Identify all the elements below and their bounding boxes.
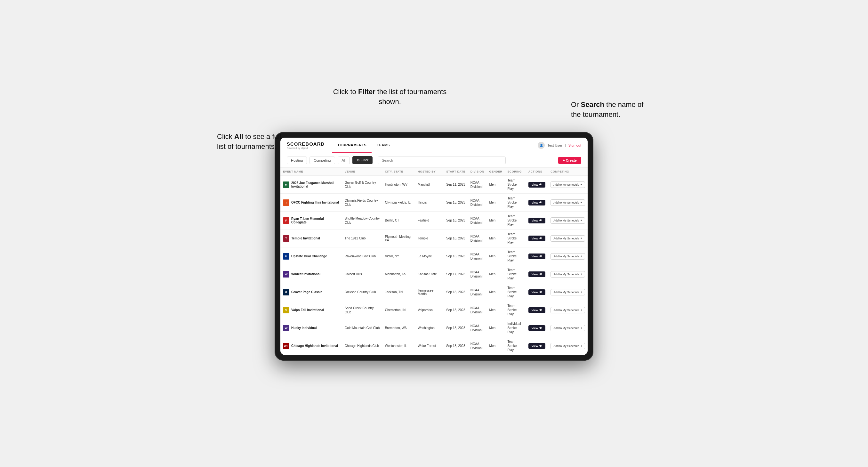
table-body: M 2023 Joe Feaganes Marshall Invitationa… — [280, 176, 588, 355]
cell-hosted-by: Wake Forest — [415, 337, 443, 355]
hosting-button[interactable]: Hosting — [287, 157, 307, 164]
cell-hosted-by: Washington — [415, 319, 443, 337]
add-schedule-button[interactable]: Add to My Schedule + — [551, 325, 585, 331]
cell-start-date: Sep 17, 2023 — [443, 266, 468, 283]
cell-gender: Men — [487, 247, 505, 266]
event-name-text: Wildcat Invitational — [291, 272, 320, 276]
view-button[interactable]: View 👁 — [528, 272, 546, 277]
plus-icon: + — [581, 255, 582, 258]
cell-city-state: Olympia Fields, IL — [382, 194, 415, 212]
annotation-topleft: Click All to see a full list of tourname… — [217, 132, 287, 152]
view-button[interactable]: View 👁 — [528, 182, 546, 188]
nav-tabs: TOURNAMENTS TEAMS — [332, 137, 538, 153]
view-button[interactable]: View 👁 — [528, 236, 546, 241]
table-row: G Grover Page Classic Jackson Country Cl… — [280, 283, 588, 301]
cell-gender: Men — [487, 266, 505, 283]
cell-city-state: Bremerton, WA — [382, 319, 415, 337]
table-header: EVENT NAME VENUE CITY, STATE HOSTED BY S… — [280, 168, 588, 176]
cell-start-date: Sep 18, 2023 — [443, 337, 468, 355]
filter-button[interactable]: ⚙ Filter — [352, 156, 373, 164]
annotation-topcenter: Click to Filter the list of tournaments … — [329, 87, 451, 107]
header-right: 👤 Test User | Sign out — [538, 142, 581, 149]
add-schedule-button[interactable]: Add to My Schedule + — [551, 182, 585, 188]
cell-division: NCAA Division I — [468, 194, 487, 212]
add-schedule-button[interactable]: Add to My Schedule + — [551, 199, 585, 206]
cell-venue: Guyan Golf & Country Club — [342, 176, 382, 194]
nav-tab-teams[interactable]: TEAMS — [372, 137, 395, 153]
cell-competing: Add to My Schedule + — [548, 266, 588, 283]
cell-division: NCAA Division I — [468, 283, 487, 301]
cell-hosted-by: Fairfield — [415, 212, 443, 229]
cell-scoring: TeamStroke Play — [505, 229, 526, 247]
plus-icon: + — [581, 291, 582, 294]
sign-out-link[interactable]: Sign out — [568, 144, 581, 147]
cell-scoring: TeamStroke Play — [505, 337, 526, 355]
page-wrapper: Click All to see a full list of tourname… — [217, 106, 651, 361]
cell-hosted-by: Illinois — [415, 194, 443, 212]
add-schedule-button[interactable]: Add to My Schedule + — [551, 343, 585, 349]
nav-tab-tournaments[interactable]: TOURNAMENTS — [332, 137, 372, 153]
logo-powered: Powered by clippd — [287, 147, 324, 150]
cell-event-name: W Husky Individual — [280, 319, 342, 337]
view-label: View — [532, 201, 538, 204]
event-name-text: Upstate Dual Challenge — [291, 254, 327, 258]
view-button[interactable]: View 👁 — [528, 218, 546, 223]
cell-start-date: Sep 16, 2023 — [443, 229, 468, 247]
view-button[interactable]: View 👁 — [528, 289, 546, 295]
view-button[interactable]: View 👁 — [528, 343, 546, 349]
cell-city-state: Jackson, TN — [382, 283, 415, 301]
cell-scoring: TeamStroke Play — [505, 194, 526, 212]
add-schedule-button[interactable]: Add to My Schedule + — [551, 271, 585, 278]
cell-competing: Add to My Schedule + — [548, 337, 588, 355]
add-schedule-label: Add to My Schedule — [553, 237, 579, 240]
cell-gender: Men — [487, 194, 505, 212]
col-venue: VENUE — [342, 168, 382, 176]
plus-icon: + — [581, 201, 582, 204]
competing-button[interactable]: Competing — [310, 157, 335, 164]
event-name-text: Temple Invitational — [291, 237, 320, 240]
venue-name: Olympia Fields Country Club — [345, 198, 380, 207]
view-label: View — [532, 326, 538, 330]
view-label: View — [532, 183, 538, 186]
venue-name: The 1912 Club — [345, 236, 380, 240]
cell-event-name: T Temple Invitational — [280, 229, 342, 247]
view-button[interactable]: View 👁 — [528, 325, 546, 331]
view-button[interactable]: View 👁 — [528, 253, 546, 259]
eye-icon: 👁 — [539, 237, 542, 240]
view-button[interactable]: View 👁 — [528, 200, 546, 206]
create-button[interactable]: + Create — [558, 157, 581, 164]
add-schedule-label: Add to My Schedule — [553, 273, 579, 276]
user-avatar: 👤 — [538, 142, 545, 149]
add-schedule-label: Add to My Schedule — [553, 291, 579, 294]
filter-bar: Hosting Competing All ⚙ Filter + Create — [280, 153, 588, 168]
cell-venue: Chicago Highlands Club — [342, 337, 382, 355]
cell-city-state: Huntington, WV — [382, 176, 415, 194]
cell-division: NCAA Division I — [468, 247, 487, 266]
cell-division: NCAA Division I — [468, 212, 487, 229]
cell-actions: View 👁 — [526, 301, 548, 319]
cell-start-date: Sep 16, 2023 — [443, 212, 468, 229]
add-schedule-button[interactable]: Add to My Schedule + — [551, 235, 585, 242]
plus-icon: + — [581, 344, 582, 348]
search-input[interactable] — [378, 157, 506, 164]
cell-competing: Add to My Schedule + — [548, 247, 588, 266]
col-event-name: EVENT NAME — [280, 168, 342, 176]
plus-icon: + — [581, 237, 582, 240]
cell-city-state: Chesterton, IN — [382, 301, 415, 319]
all-button[interactable]: All — [338, 157, 350, 164]
add-schedule-button[interactable]: Add to My Schedule + — [551, 253, 585, 259]
event-name-text: Ryan T. Lee Memorial Collegiate — [291, 217, 340, 224]
cell-event-name: V Valpo Fall Invitational — [280, 301, 342, 319]
add-schedule-button[interactable]: Add to My Schedule + — [551, 289, 585, 295]
table-row: I OFCC Fighting Illini Invitational Olym… — [280, 194, 588, 212]
add-schedule-button[interactable]: Add to My Schedule + — [551, 307, 585, 313]
col-hosted-by: HOSTED BY — [415, 168, 443, 176]
cell-division: NCAA Division I — [468, 319, 487, 337]
venue-name: Ravenwood Golf Club — [345, 254, 380, 258]
add-schedule-button[interactable]: Add to My Schedule + — [551, 217, 585, 224]
cell-division: NCAA Division I — [468, 176, 487, 194]
cell-venue: Gold Mountain Golf Club — [342, 319, 382, 337]
table-header-row: EVENT NAME VENUE CITY, STATE HOSTED BY S… — [280, 168, 588, 176]
view-button[interactable]: View 👁 — [528, 307, 546, 313]
cell-hosted-by: Temple — [415, 229, 443, 247]
